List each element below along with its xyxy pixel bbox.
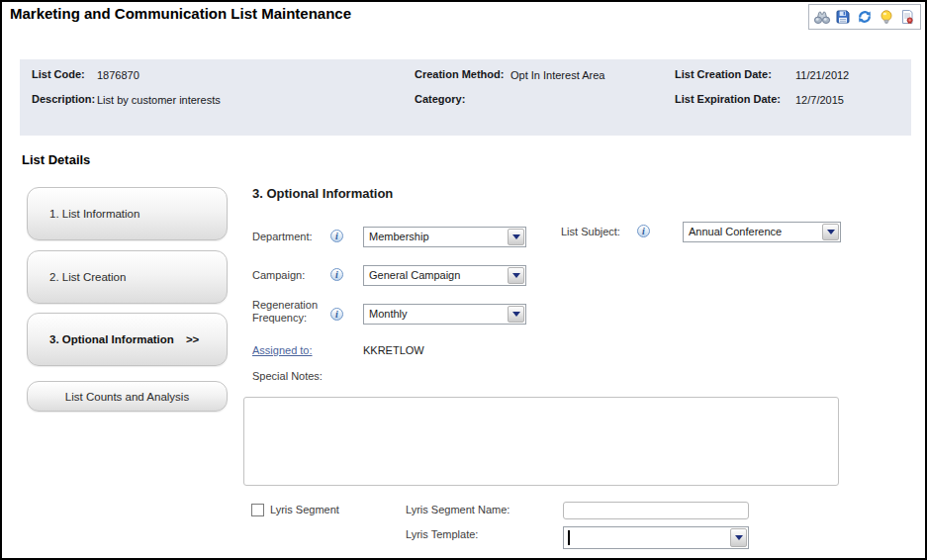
- campaign-info-icon[interactable]: i: [330, 268, 343, 281]
- list-code-label: List Code:: [32, 68, 85, 80]
- lyris-template-label: Lyris Template:: [406, 528, 478, 540]
- description-label: Description:: [32, 93, 95, 105]
- nav-step-2-list-creation[interactable]: 2. List Creation: [27, 250, 228, 304]
- creation-date-value: 11/21/2012: [795, 69, 849, 81]
- regeneration-frequency-select[interactable]: Monthly: [363, 304, 526, 325]
- nav-step-1-label: 1. List Information: [49, 208, 139, 220]
- department-info-icon[interactable]: i: [330, 230, 343, 242]
- regeneration-frequency-info-icon[interactable]: i: [330, 308, 343, 321]
- department-chevron-down-icon[interactable]: [508, 229, 524, 245]
- lightbulb-help-icon[interactable]: [878, 9, 895, 26]
- lyris-segment-name-input[interactable]: [563, 502, 749, 519]
- binoculars-search-icon[interactable]: [813, 9, 831, 26]
- toolbar: [808, 4, 921, 30]
- creation-method-value: Opt In Interest Area: [510, 69, 604, 81]
- nav-step-3-label: 3. Optional Information: [49, 333, 174, 345]
- department-select-value: Membership: [369, 231, 429, 242]
- lyris-segment-name-label: Lyris Segment Name:: [406, 504, 510, 515]
- list-subject-chevron-down-icon[interactable]: [822, 224, 839, 240]
- refresh-icon[interactable]: [856, 9, 874, 26]
- regeneration-frequency-label: Regeneration Frequency:: [252, 299, 329, 325]
- list-subject-select[interactable]: Annual Conference: [683, 222, 841, 242]
- active-step-indicator: >>: [186, 333, 199, 345]
- campaign-select-value: General Campaign: [369, 269, 460, 281]
- marketing-list-maintenance-window: Marketing and Communication List Mainten…: [0, 0, 927, 560]
- lyris-template-chevron-down-icon[interactable]: [730, 528, 747, 547]
- assigned-to-value: KKRETLOW: [363, 344, 424, 356]
- assigned-to-link[interactable]: Assigned to:: [252, 344, 313, 356]
- nav-step-1-list-information[interactable]: 1. List Information: [27, 187, 228, 240]
- nav-list-counts-and-analysis[interactable]: List Counts and Analysis: [27, 381, 228, 412]
- nav-step-3-optional-information[interactable]: 3. Optional Information>>: [27, 313, 228, 366]
- lyris-segment-checkbox[interactable]: [251, 504, 264, 516]
- special-notes-label: Special Notes:: [252, 370, 323, 382]
- description-value: List by customer interests: [97, 94, 221, 106]
- creation-method-label: Creation Method:: [415, 68, 504, 80]
- optional-information-heading: 3. Optional Information: [252, 186, 393, 201]
- nav-step-2-label: 2. List Creation: [49, 271, 126, 283]
- save-icon[interactable]: [834, 9, 852, 26]
- campaign-select[interactable]: General Campaign: [363, 265, 526, 286]
- list-details-heading: List Details: [22, 152, 90, 167]
- lyris-segment-label: Lyris Segment: [270, 504, 339, 515]
- report-document-icon[interactable]: [898, 9, 916, 26]
- category-label: Category:: [415, 93, 465, 105]
- regeneration-frequency-chevron-down-icon[interactable]: [508, 306, 524, 323]
- campaign-chevron-down-icon[interactable]: [508, 267, 524, 284]
- list-summary-panel: List Code: 1876870 Description: List by …: [20, 59, 911, 136]
- lyris-template-select[interactable]: [563, 526, 749, 549]
- nav-counts-label: List Counts and Analysis: [65, 391, 189, 403]
- list-subject-label: List Subject:: [561, 226, 620, 237]
- expiration-date-label: List Expiration Date:: [675, 93, 781, 105]
- regeneration-frequency-select-value: Monthly: [369, 308, 408, 320]
- list-subject-select-value: Annual Conference: [689, 226, 782, 237]
- expiration-date-value: 12/7/2015: [795, 94, 844, 106]
- list-code-value: 1876870: [97, 69, 139, 81]
- list-subject-info-icon[interactable]: i: [637, 225, 650, 237]
- text-caret: [568, 530, 570, 545]
- department-select[interactable]: Membership: [363, 227, 526, 247]
- page-title: Marketing and Communication List Mainten…: [10, 5, 351, 22]
- creation-date-label: List Creation Date:: [675, 68, 772, 80]
- special-notes-textarea[interactable]: [243, 397, 839, 486]
- campaign-label: Campaign:: [252, 269, 305, 281]
- department-label: Department:: [252, 231, 313, 242]
